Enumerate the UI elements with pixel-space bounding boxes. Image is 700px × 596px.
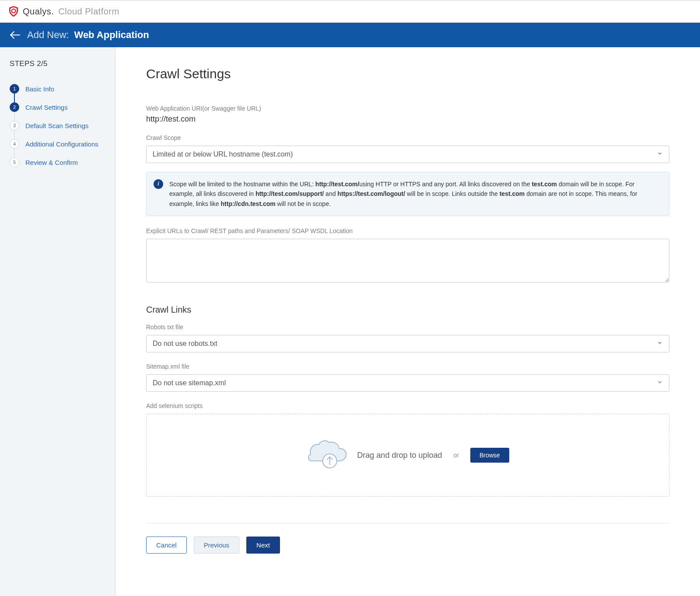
main-content: Crawl Settings Web Application URI(or Sw…	[116, 47, 700, 596]
cloud-upload-icon	[306, 440, 348, 471]
header-entity: Web Application	[74, 29, 149, 40]
step-label: Basic Info	[25, 85, 54, 93]
uri-label: Web Application URI(or Swagger file URL)	[146, 105, 669, 112]
chevron-down-icon	[657, 150, 663, 158]
page-header: Add New: Web Application	[0, 23, 700, 47]
upload-text: Drag and drop to upload	[357, 451, 442, 460]
steps-list: 1Basic Info2Crawl Settings3Default Scan …	[10, 80, 105, 171]
chevron-down-icon	[657, 379, 663, 387]
qualys-shield-icon	[8, 6, 19, 17]
step-label: Default Scan Settings	[25, 122, 88, 129]
step-item-2[interactable]: 2Crawl Settings	[10, 98, 105, 116]
step-number: 3	[10, 121, 19, 130]
step-number: 1	[10, 84, 19, 94]
selenium-label: Add selenium scripts	[146, 402, 669, 409]
explicit-urls-label: Explicit URLs to Crawl/ REST paths and P…	[146, 227, 669, 234]
step-item-3[interactable]: 3Default Scan Settings	[10, 116, 105, 135]
brand-logo: Qualys. Cloud Platform	[8, 6, 119, 17]
brand-bar: Qualys. Cloud Platform	[0, 0, 700, 23]
header-title: Add New: Web Application	[27, 29, 149, 41]
next-button[interactable]: Next	[246, 537, 280, 554]
sitemap-value: Do not use sitemap.xml	[153, 379, 226, 387]
steps-counter: STEPS 2/5	[10, 59, 105, 68]
sitemap-label: Sitemap.xml file	[146, 363, 669, 370]
robots-select[interactable]: Do not use robots.txt	[146, 335, 669, 352]
wizard-sidebar: STEPS 2/5 1Basic Info2Crawl Settings3Def…	[0, 47, 116, 596]
chevron-down-icon	[657, 340, 663, 348]
info-icon: i	[154, 179, 163, 189]
robots-label: Robots txt file	[146, 324, 669, 331]
robots-value: Do not use robots.txt	[153, 340, 217, 348]
step-item-1[interactable]: 1Basic Info	[10, 80, 105, 98]
crawl-scope-label: Crawl Scope	[146, 134, 669, 141]
crawl-links-title: Crawl Links	[146, 305, 669, 315]
step-item-5[interactable]: 5Review & Confirm	[10, 153, 105, 171]
previous-button[interactable]: Previous	[194, 537, 239, 554]
step-label: Review & Confirm	[25, 159, 78, 166]
crawl-scope-select[interactable]: Limited at or below URL hostname (test.c…	[146, 146, 669, 163]
scope-info-text: Scope will be limited to the hostname wi…	[169, 179, 661, 209]
step-number: 4	[10, 139, 19, 149]
uri-value: http://test.com	[146, 115, 669, 124]
cancel-button[interactable]: Cancel	[146, 537, 187, 554]
step-number: 5	[10, 157, 19, 167]
back-arrow-icon[interactable]	[9, 29, 21, 41]
crawl-scope-value: Limited at or below URL hostname (test.c…	[153, 150, 293, 158]
header-prefix: Add New:	[27, 29, 69, 40]
browse-button[interactable]: Browse	[470, 448, 509, 463]
step-item-4[interactable]: 4Additional Configurations	[10, 135, 105, 153]
brand-name: Qualys.	[23, 7, 54, 16]
sitemap-select[interactable]: Do not use sitemap.xml	[146, 374, 669, 392]
upload-dropzone[interactable]: Drag and drop to upload or Browse	[146, 414, 669, 497]
explicit-urls-textarea[interactable]	[146, 239, 669, 282]
step-label: Crawl Settings	[25, 104, 68, 111]
step-number: 2	[10, 102, 19, 112]
upload-or: or	[454, 452, 459, 459]
page-title: Crawl Settings	[146, 66, 669, 81]
brand-text: Qualys. Cloud Platform	[23, 7, 119, 17]
brand-suffix: Cloud Platform	[58, 7, 119, 16]
scope-info-box: i Scope will be limited to the hostname …	[146, 172, 669, 216]
wizard-footer: Cancel Previous Next	[146, 523, 669, 554]
step-label: Additional Configurations	[25, 140, 98, 148]
